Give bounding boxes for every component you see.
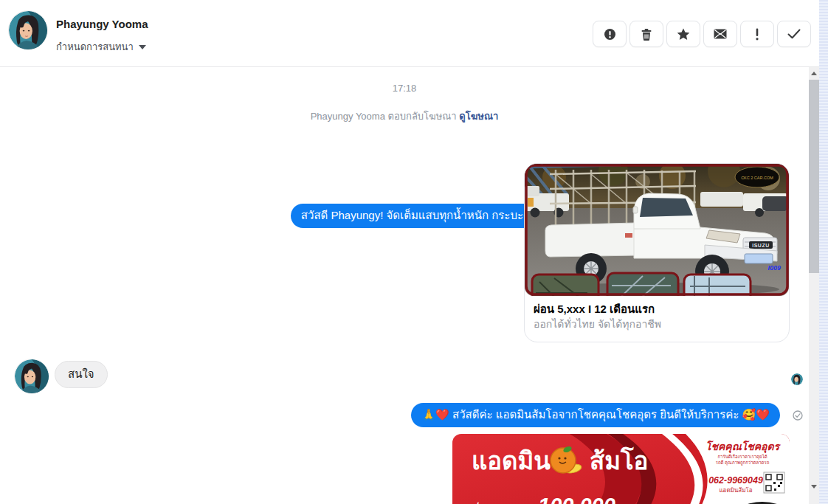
mark-unread-button[interactable] bbox=[703, 21, 737, 47]
ad-card-title: ผ่อน 5,xxx I 12 เดือนแรก bbox=[534, 302, 780, 316]
label-dropdown-text: กำหนดการสนทนา bbox=[56, 39, 134, 55]
banner-tagline-1: การันตีเรื่องราคาเราคุยได้ bbox=[717, 454, 767, 460]
outgoing-message-bubble: 🙏❤️ สวัสดีค่ะ แอดมินส้มโอจากโชคคุณโชคอุด… bbox=[411, 403, 780, 427]
banner-tagline-2: รถดี คุณภาพถูกกว่าตลาดรถ bbox=[716, 460, 770, 466]
chevron-down-icon bbox=[139, 45, 146, 49]
exclamation-icon bbox=[755, 28, 759, 41]
check-icon bbox=[787, 29, 801, 39]
truck-brand-badge: ISUZU bbox=[752, 243, 770, 248]
avatar-image bbox=[9, 11, 47, 49]
trash-icon bbox=[641, 28, 652, 41]
read-receipt-avatar bbox=[791, 373, 803, 385]
scrollbar-thumb[interactable] bbox=[809, 80, 819, 273]
avatar-image bbox=[15, 359, 49, 393]
photo-thumbnails bbox=[532, 273, 751, 296]
triangle-up-icon bbox=[811, 72, 817, 75]
conversation-header: Phayungy Yooma กำหนดการสนทนา bbox=[0, 0, 819, 67]
avatar[interactable] bbox=[9, 11, 47, 49]
discount-value: 100,000 bbox=[538, 494, 615, 504]
shop-name: โชคคุณโชคอุดร bbox=[705, 440, 782, 453]
scroll-down-button[interactable] bbox=[809, 480, 819, 493]
scroll-up-button[interactable] bbox=[809, 66, 819, 80]
message-sent-icon bbox=[793, 410, 803, 424]
star-icon bbox=[677, 28, 690, 41]
banner-title-right: ส้มโอ bbox=[590, 446, 648, 474]
discount-label: ส่วนลดสูงสุด bbox=[472, 501, 525, 504]
ad-card-subtitle: ออกได้ทั่วไทย จัดได้ทุกอาชีพ bbox=[534, 317, 780, 331]
envelope-icon bbox=[714, 29, 727, 39]
conversation-title: Phayungy Yooma bbox=[56, 18, 148, 30]
mark-as-spam-button[interactable] bbox=[593, 21, 627, 47]
promo-banner-image[interactable]: ​ แอดมิน ส้มโอ ส่วนลดสูงสุด 100,000 โชคค… bbox=[452, 434, 790, 504]
flag-button[interactable] bbox=[666, 21, 700, 47]
window-edge-strip bbox=[819, 0, 828, 504]
delete-button[interactable] bbox=[629, 21, 663, 47]
qr-code bbox=[764, 472, 784, 493]
dealer-watermark: CKC 2 CAR.COM bbox=[741, 176, 773, 180]
truck-photo[interactable]: ISUZU CKC 2 CAR.COM I009 bbox=[525, 164, 789, 296]
vertical-scrollbar[interactable] bbox=[809, 66, 819, 504]
incoming-message-bubble: สนใจ bbox=[55, 361, 108, 388]
admin-label: แอดมินส้มโอ bbox=[719, 486, 752, 494]
ad-attachment-card[interactable]: ISUZU CKC 2 CAR.COM I009 ผ่อน 5,xxx I 12… bbox=[524, 163, 790, 342]
mark-done-button[interactable] bbox=[777, 21, 811, 47]
sender-avatar[interactable] bbox=[15, 359, 49, 393]
conversation-actions bbox=[593, 21, 811, 47]
ad-reply-note: Phayungy Yooma ตอบกลับโฆษณา ดูโฆษณา bbox=[0, 108, 809, 124]
reply-note-text: ตอบกลับโฆษณา bbox=[385, 111, 459, 122]
listing-code: I009 bbox=[767, 264, 781, 272]
report-icon bbox=[604, 28, 616, 41]
reply-note-name: Phayungy Yooma bbox=[311, 111, 385, 122]
ad-card-info: ผ่อน 5,xxx I 12 เดือนแรก ออกได้ทั่วไทย จ… bbox=[525, 296, 789, 342]
follow-up-button[interactable] bbox=[740, 21, 774, 47]
banner-title-left: แอดมิน bbox=[472, 447, 551, 474]
triangle-down-icon bbox=[811, 485, 817, 489]
phone-number: 062-9969049 bbox=[708, 475, 763, 486]
label-dropdown[interactable]: กำหนดการสนทนา bbox=[56, 39, 146, 55]
view-ad-link[interactable]: ดูโฆษณา bbox=[459, 111, 498, 122]
timestamp: 17:18 bbox=[0, 83, 809, 94]
